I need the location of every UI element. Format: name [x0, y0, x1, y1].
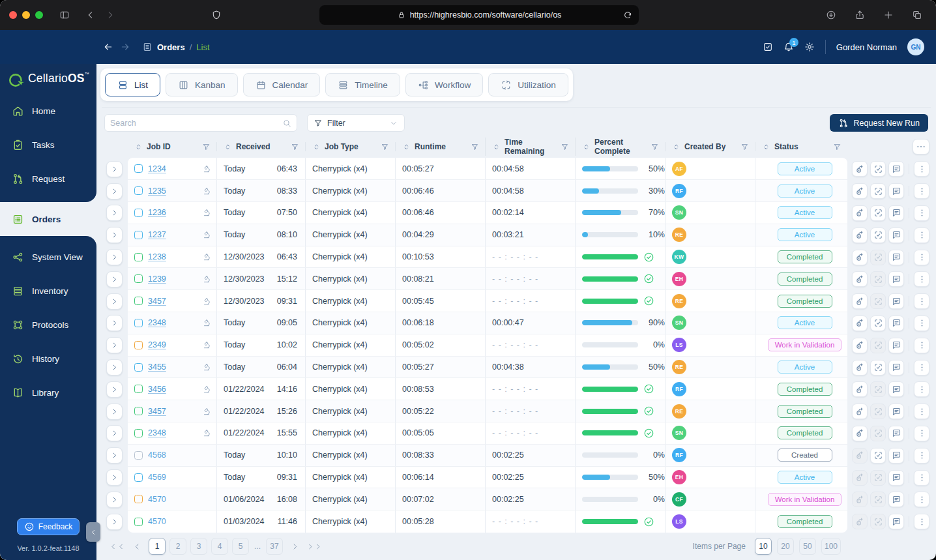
comments-button[interactable] — [888, 271, 904, 287]
sidebar-item-protocols[interactable]: Protocols — [0, 308, 96, 342]
job-id-link[interactable]: 1238 — [148, 252, 166, 261]
creator-avatar[interactable]: LS — [672, 338, 686, 352]
schedule-button[interactable] — [852, 228, 868, 243]
row-menu-button[interactable] — [914, 492, 929, 507]
job-id-link[interactable]: 2348 — [148, 428, 166, 437]
address-bar[interactable]: https://highresbio.com/software/cellario… — [319, 5, 639, 25]
row-menu-button[interactable] — [914, 183, 929, 199]
row-menu-button[interactable] — [914, 293, 929, 309]
sidebar-item-tasks[interactable]: Tasks — [0, 128, 96, 162]
creator-avatar[interactable]: KW — [672, 250, 686, 264]
row-checkbox[interactable] — [134, 319, 143, 327]
comments-button[interactable] — [888, 404, 904, 419]
creator-avatar[interactable]: EH — [672, 272, 686, 286]
sidebar-item-history[interactable]: History — [0, 342, 96, 376]
sort-icon[interactable] — [402, 143, 411, 151]
page-button-2[interactable]: 2 — [169, 538, 186, 555]
row-menu-button[interactable] — [914, 514, 929, 529]
comments-button[interactable] — [888, 338, 904, 353]
search-input[interactable] — [110, 119, 282, 128]
creator-avatar[interactable]: LS — [672, 514, 686, 529]
job-id-link[interactable]: 4569 — [148, 473, 166, 482]
creator-avatar[interactable]: EH — [672, 470, 686, 484]
sort-icon[interactable] — [492, 143, 501, 151]
row-expand-button[interactable] — [106, 271, 123, 287]
tab-workflow[interactable]: Workflow — [405, 73, 483, 96]
page-button-4[interactable]: 4 — [211, 538, 228, 555]
minimize-window-button[interactable] — [22, 11, 30, 19]
comments-button[interactable] — [888, 492, 904, 507]
row-checkbox[interactable] — [134, 231, 143, 239]
job-id-link[interactable]: 1235 — [148, 186, 166, 196]
close-window-button[interactable] — [9, 11, 17, 19]
comments-button[interactable] — [888, 381, 904, 397]
new-tab-icon[interactable] — [879, 5, 898, 25]
schedule-button[interactable] — [852, 293, 868, 309]
job-id-link[interactable]: 2349 — [148, 340, 166, 349]
share-icon[interactable] — [850, 5, 870, 25]
row-expand-button[interactable] — [106, 469, 123, 486]
creator-avatar[interactable]: RE — [672, 404, 686, 419]
row-checkbox[interactable] — [134, 341, 143, 349]
row-expand-button[interactable] — [106, 337, 123, 353]
comments-button[interactable] — [888, 514, 904, 529]
row-expand-button[interactable] — [106, 514, 123, 530]
creator-avatar[interactable]: AF — [672, 162, 686, 176]
column-filter-icon[interactable] — [561, 143, 569, 151]
comments-button[interactable] — [888, 448, 904, 464]
schedule-button[interactable] — [852, 271, 868, 287]
sort-icon[interactable] — [582, 143, 591, 151]
validate-button[interactable] — [870, 360, 886, 376]
row-checkbox[interactable] — [134, 274, 143, 283]
sort-icon[interactable] — [134, 143, 143, 151]
row-menu-button[interactable] — [914, 205, 929, 221]
job-id-link[interactable]: 2348 — [148, 318, 166, 327]
validate-button[interactable] — [870, 161, 886, 177]
job-id-link[interactable]: 3457 — [148, 407, 166, 416]
app-forward-button[interactable] — [120, 42, 130, 52]
filter-dropdown[interactable]: Filter — [307, 114, 405, 132]
app-logo[interactable]: CellarioOS™ — [0, 64, 96, 94]
row-expand-button[interactable] — [106, 447, 123, 464]
sidebar-item-request[interactable]: Request — [0, 162, 96, 196]
job-id-link[interactable]: 1236 — [148, 208, 166, 217]
validate-button[interactable] — [870, 316, 886, 331]
page-size-100[interactable]: 100 — [821, 538, 841, 555]
row-expand-button[interactable] — [106, 183, 123, 199]
approvals-icon[interactable] — [763, 42, 773, 52]
row-menu-button[interactable] — [914, 404, 929, 419]
next-page-button[interactable] — [287, 538, 302, 554]
row-expand-button[interactable] — [106, 227, 123, 243]
row-expand-button[interactable] — [106, 249, 123, 265]
validate-button[interactable] — [870, 448, 886, 464]
row-checkbox[interactable] — [134, 451, 143, 460]
row-menu-button[interactable] — [914, 316, 929, 331]
sidebar-item-library[interactable]: Library — [0, 376, 96, 409]
creator-avatar[interactable]: CF — [672, 492, 686, 507]
schedule-button[interactable] — [852, 360, 868, 376]
sidebar-collapse-button[interactable] — [86, 522, 100, 542]
schedule-button[interactable] — [852, 426, 868, 441]
row-checkbox[interactable] — [134, 495, 143, 503]
job-id-link[interactable]: 4568 — [148, 450, 166, 460]
schedule-button[interactable] — [852, 161, 868, 177]
page-button-37[interactable]: 37 — [266, 538, 283, 555]
downloads-icon[interactable] — [821, 5, 841, 25]
comments-button[interactable] — [888, 426, 904, 441]
job-id-link[interactable]: 3456 — [148, 385, 166, 394]
job-id-link[interactable]: 1239 — [148, 274, 166, 284]
search-icon[interactable] — [282, 119, 291, 128]
sidebar-item-system-view[interactable]: System View — [0, 240, 96, 274]
row-expand-button[interactable] — [106, 205, 123, 221]
creator-avatar[interactable]: RE — [672, 360, 686, 374]
row-checkbox[interactable] — [134, 518, 143, 526]
comments-button[interactable] — [888, 161, 904, 177]
row-menu-button[interactable] — [914, 338, 929, 353]
schedule-button[interactable] — [852, 338, 868, 353]
sidebar-item-inventory[interactable]: Inventory — [0, 274, 96, 308]
page-size-10[interactable]: 10 — [755, 538, 772, 555]
column-filter-icon[interactable] — [291, 143, 299, 151]
column-filter-icon[interactable] — [471, 143, 479, 151]
row-menu-button[interactable] — [914, 448, 929, 464]
sidebar-toggle-icon[interactable] — [55, 5, 74, 25]
